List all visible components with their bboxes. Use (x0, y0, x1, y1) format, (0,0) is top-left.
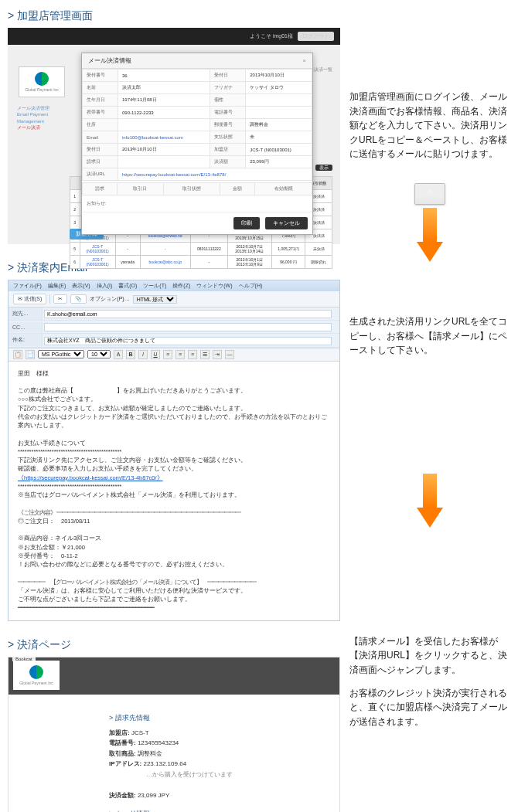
sidebar-item[interactable]: Management (17, 118, 68, 124)
email-line: お支払い手続きについて (18, 439, 330, 447)
email-divider: ****************************************… (18, 482, 330, 491)
payment-url-link[interactable]: 《https://securepay.bookcat-kessai.com/E/… (18, 474, 330, 482)
hr-icon[interactable]: — (225, 350, 234, 359)
logo: Global Payment Inc (19, 66, 65, 97)
caption-1: 加盟店管理画面にログイン後、メール決済画面でお客様情報、商品名、決済額などを入力… (349, 90, 510, 161)
menu-item[interactable]: ウィンドウ(W) (196, 283, 232, 288)
item-label: 取引商品: (109, 750, 136, 757)
align-center-icon[interactable]: ≡ (176, 350, 185, 359)
arrow-down-icon (417, 208, 443, 262)
list-icon[interactable]: ☰ (200, 350, 210, 359)
billing-header: > 請求先情報 (109, 713, 339, 723)
sidebar-item[interactable]: Email Payment (17, 111, 68, 117)
print-button[interactable]: 印刷 (233, 217, 260, 229)
ip-note: …から購入を受けつけています (109, 770, 339, 780)
modal-note-label: お知らせ: (82, 195, 312, 212)
sidebar-item[interactable]: メール決済 (17, 124, 68, 131)
menu-item[interactable]: 書式(O) (118, 283, 137, 288)
send-button[interactable]: ✉ 送信(S) (13, 294, 46, 304)
cut-icon[interactable]: ✂ (53, 294, 67, 304)
font-select[interactable]: MS PGothic (38, 350, 84, 358)
admin-screenshot: ようこそ img01様 ログアウト Global Payment Inc メール… (8, 28, 340, 244)
email-line: ※商品内容：ネイル3回コース (18, 534, 330, 542)
indent-icon[interactable]: ⇥ (213, 350, 222, 359)
email-line: ◎ご注文日： 2013/08/11 (18, 517, 330, 525)
section1-title: 加盟店管理画面 (8, 9, 340, 23)
tel-label: 電話番号: (109, 739, 136, 746)
payment-page-screenshot: Bookcat Global Payment Inc > 請求先情報 加盟店: … (8, 657, 340, 813)
item-value: 調整料金 (138, 750, 162, 757)
table-row[interactable]: 5JCS-T(N00103001)--080111122222013年10月7日… (70, 243, 332, 256)
email-line: 下記決済リンク先にアクセスし、ご注文内容・お支払い金額等をご確認ください。 (18, 456, 330, 464)
paste-icon[interactable]: 📄 (26, 350, 35, 359)
store-label: 加盟店: (109, 729, 130, 736)
cc-label[interactable]: CC… (9, 322, 43, 332)
email-line: ※当店ではグローバルペイメント株式会社「メール決済」を利用しております。 (18, 491, 330, 499)
caption-2: 生成された決済用リンクURLを全てコピーし、お客様へ【請求メール】にペーストして… (349, 314, 510, 358)
email-line: ※受付番号： 0-11-2 (18, 552, 330, 560)
payment-modal: メール決済情報 × 受付番号36受付日2013年10月10日名前決済太郎フリガナ… (81, 53, 313, 235)
subject-input[interactable] (44, 337, 332, 345)
to-label[interactable]: 宛先… (9, 307, 43, 320)
ip-label: IPアドレス: (109, 760, 141, 767)
menu-item[interactable]: ヘルプ(H) (239, 283, 263, 288)
envelope-icon (414, 183, 445, 205)
cc-input[interactable] (44, 323, 332, 331)
welcome-text: ようこそ img01様 (250, 32, 293, 40)
align-left-icon[interactable]: ≡ (163, 350, 172, 359)
filter-button[interactable]: 表示 (315, 165, 332, 171)
logo-text: Global Payment Inc (19, 681, 53, 685)
close-icon[interactable]: × (302, 57, 306, 64)
amount-label: 決済金額: (109, 792, 136, 799)
logout-button[interactable]: ログアウト (298, 32, 334, 41)
email-menubar: ファイル(F)編集(E)表示(V)挿入(I)書式(O)ツール(T)操作(Z)ウィ… (9, 280, 339, 291)
logo-icon (29, 665, 43, 679)
attach-icon[interactable]: 📎 (70, 294, 87, 304)
options-button[interactable]: オプション(P)… (90, 295, 129, 303)
menu-item[interactable]: 挿入(I) (97, 283, 113, 288)
fontsize-select[interactable]: 10 (87, 350, 111, 358)
sidebar-item[interactable]: メール決済管理 (17, 105, 68, 111)
bold-icon[interactable]: B (126, 350, 135, 359)
store-value: JCS-T (131, 729, 149, 736)
email-dash: ━━━━━━━━━━━━━━━━━━━━━━━━━━━━━━━━━━━━━━━━… (18, 603, 330, 612)
color-icon[interactable]: A (114, 350, 123, 359)
subject-label: 件名: (9, 334, 43, 346)
section3-title: 決済ページ (8, 638, 340, 652)
menu-item[interactable]: ツール(T) (143, 283, 166, 288)
menu-item[interactable]: 操作(Z) (172, 283, 190, 288)
menu-item[interactable]: ファイル(F) (13, 283, 42, 288)
email-dash: 《ご注文内容》 ━━━━━━━━━━━━━━━━━━━━━━━━━━━━━━━━… (18, 508, 330, 517)
email-client-screenshot: ファイル(F)編集(E)表示(V)挿入(I)書式(O)ツール(T)操作(Z)ウィ… (8, 280, 340, 621)
italic-icon[interactable]: I (138, 350, 148, 359)
cancel-button[interactable]: キャンセル (265, 217, 308, 229)
tel-value: 123455543234 (138, 739, 179, 746)
card-header: > カード情報 (109, 809, 339, 812)
underline-icon[interactable]: U (151, 350, 160, 359)
table-row[interactable]: 6JCS-T(N00103001)yamadabookcat@abc.co.jp… (70, 256, 332, 269)
menu-item[interactable]: 編集(E) (48, 283, 66, 288)
email-line: ※お支払金額：￥21,000 (18, 543, 330, 552)
email-body[interactable]: 里田 様様 この度は弊社商品【 】をお買上げいただきありがとうございます。 ○○… (9, 362, 339, 620)
email-line: ご不明な点がございましたら下記までご連絡をお願いします。 (18, 595, 330, 603)
email-line: 確認後、必要事項を入力しお支払い手続きを完了してください。 (18, 464, 330, 473)
caption-3a: 【請求メール】を受信したお客様が【決済用URL】をクリックすると、決済画面へジャ… (349, 634, 510, 678)
to-input[interactable] (44, 310, 332, 318)
arrow-down-icon (417, 474, 443, 528)
email-line: この度は弊社商品【 】をお買上げいただきありがとうございます。 (18, 386, 330, 395)
email-line: 「メール決済」は、お客様に安心してご利用いただける便利な決済サービスです。 (18, 586, 330, 595)
email-line: 下記のご注文につきまして、お支払い総額が確定しましたのでご連絡いたします。 (18, 404, 330, 413)
email-dash: ━━━━━ 【グローバルペイメント株式会社の「メール決済」について】 ━━━━━… (18, 578, 330, 586)
sidebar: メール決済管理 Email Payment Management メール決済 (17, 105, 68, 131)
align-right-icon[interactable]: ≡ (188, 350, 197, 359)
format-select[interactable]: HTML 形式 (133, 295, 177, 304)
logo-text: Global Payment Inc (25, 87, 59, 92)
copy-icon[interactable]: 📋 (13, 350, 22, 359)
logo-icon (35, 72, 49, 86)
email-line: ○○○株式会社でございます。 (18, 395, 330, 403)
caption-3b: お客様のクレジット決済が実行されると、直ぐに加盟店様へ決済完了メールが送信されま… (349, 686, 510, 729)
email-line: 代金のお支払いはクレジットカード決済をご選択いただいておりましたので、お手続きの… (18, 413, 330, 430)
ip-value: 223.132.109.64 (143, 760, 186, 767)
payment-logo: Global Payment Inc (13, 661, 60, 690)
menu-item[interactable]: 表示(V) (72, 283, 90, 288)
